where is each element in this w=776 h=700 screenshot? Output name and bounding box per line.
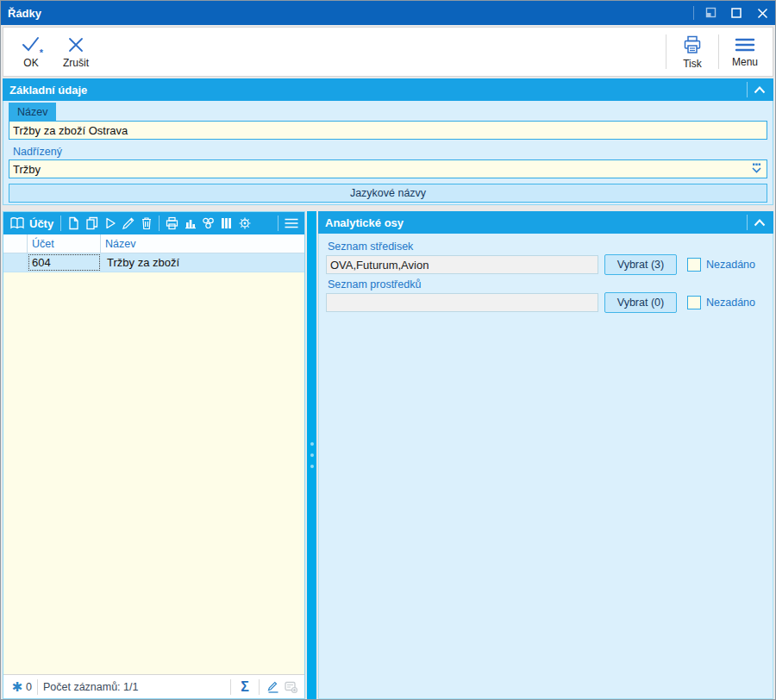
accounts-panel-header: Účty (3, 212, 304, 234)
axes-panel-header[interactable]: Analytické osy (318, 211, 773, 234)
panel-header-separator (278, 216, 278, 231)
settings-gear-icon[interactable] (236, 216, 253, 232)
accounts-grid-header: Účet Název (3, 234, 304, 253)
ok-button[interactable]: * OK (9, 29, 53, 74)
resources-list-label: Seznam prostředků (328, 278, 421, 291)
accounts-panel: Účty (3, 211, 305, 699)
panel-splitter[interactable] (307, 211, 316, 699)
resources-list-input[interactable] (326, 293, 598, 312)
combo-dropdown-icon[interactable] (749, 162, 764, 175)
window-title: Řádky (8, 7, 41, 20)
ok-button-label: OK (23, 57, 38, 69)
splitter-grip-dot (310, 453, 314, 457)
column-header-ucet[interactable]: Účet (28, 234, 101, 253)
axes-panel-body: Seznam středisek Vybrat (3) Nezadáno Sez… (318, 234, 773, 699)
add-related-record-icon (282, 680, 299, 694)
cell-nazev[interactable]: Tržby za zboží (101, 253, 304, 272)
columns-icon[interactable] (218, 216, 235, 232)
menu-button[interactable]: Menu (723, 29, 767, 74)
print-button[interactable]: Tisk (670, 29, 715, 74)
panel-menu-icon[interactable] (283, 216, 299, 232)
ok-star-mark: * (40, 47, 43, 58)
header-separator (747, 215, 748, 230)
accounts-grid-empty-area (3, 272, 304, 674)
delete-trash-icon[interactable] (138, 216, 154, 232)
menu-button-label: Menu (732, 56, 758, 68)
edit-pencil-icon[interactable] (120, 216, 136, 232)
centers-select-button[interactable]: Vybrat (3) (604, 254, 677, 275)
row-selector-cell[interactable] (3, 253, 28, 272)
basic-section-body: Název Nadřízený Jazykové názvy (3, 101, 773, 205)
nadrizeny-combo-input[interactable] (9, 159, 767, 178)
maximize-icon (731, 8, 742, 18)
dock-icon (704, 7, 717, 19)
new-record-icon[interactable] (66, 216, 82, 232)
splitter-grip-dot (310, 442, 314, 446)
basic-section-header[interactable]: Základní údaje (3, 78, 773, 101)
splitter-grip-dot (310, 465, 314, 468)
row-selector-header (3, 234, 28, 253)
nazev-field-label: Název (9, 103, 56, 121)
maximize-button[interactable] (723, 1, 749, 25)
run-icon[interactable] (102, 216, 118, 232)
resources-select-button[interactable]: Vybrat (0) (604, 292, 677, 313)
printer-icon (681, 34, 704, 55)
axes-panel-title: Analytické osy (325, 216, 404, 229)
print-button-label: Tisk (683, 58, 702, 70)
changes-counter: 0 (26, 681, 32, 693)
titlebar: Řádky (1, 1, 775, 25)
close-icon (757, 8, 768, 19)
chart-icon[interactable] (182, 216, 198, 232)
titlebar-separator (693, 6, 694, 20)
collapse-chevron-up-icon[interactable] (753, 217, 767, 228)
cancel-button-label: Zrušit (63, 57, 89, 69)
statusbar-separator (230, 679, 231, 695)
header-separator (747, 82, 748, 97)
ok-check-icon (21, 35, 41, 54)
book-icon (9, 216, 25, 232)
hamburger-menu-icon (735, 36, 755, 53)
record-count-label: Počet záznamů: 1/1 (43, 681, 138, 693)
resources-nezadano-label: Nezadáno (706, 297, 755, 309)
close-button[interactable] (749, 1, 775, 25)
changes-asterisk-icon: ✱ (9, 679, 26, 695)
cancel-button[interactable]: Zrušit (53, 29, 98, 74)
pivot-wheels-icon[interactable] (200, 216, 216, 232)
table-row[interactable]: 604 Tržby za zboží (3, 253, 304, 272)
axes-panel: Analytické osy Seznam středisek Vybrat (… (318, 211, 773, 699)
collapse-chevron-up-icon[interactable] (753, 84, 767, 95)
dock-window-button[interactable] (698, 1, 723, 25)
nadrizeny-field-label: Nadřízený (13, 146, 62, 158)
column-header-nazev[interactable]: Název (101, 234, 304, 253)
toolbar-separator (666, 34, 666, 69)
cancel-x-icon (66, 35, 85, 54)
resources-nezadano-checkbox[interactable] (687, 296, 701, 309)
language-names-button[interactable]: Jazykové názvy (9, 184, 767, 203)
statusbar-separator (259, 679, 260, 695)
print-list-icon[interactable] (164, 216, 180, 232)
sum-sigma-icon[interactable]: Σ (236, 679, 253, 695)
centers-nezadano-label: Nezadáno (706, 259, 755, 271)
app-window: Řádky * OK Zrušit (0, 0, 776, 700)
panel-header-separator (159, 216, 160, 231)
centers-list-label: Seznam středisek (328, 241, 413, 253)
basic-section-title: Základní údaje (9, 84, 87, 97)
nazev-input[interactable] (9, 121, 767, 140)
centers-list-input[interactable] (326, 255, 598, 274)
accounts-panel-title: Účty (29, 217, 53, 230)
panel-header-separator (60, 216, 61, 231)
toolbar-separator (718, 34, 719, 69)
main-toolbar: * OK Zrušit Tisk (3, 27, 773, 77)
edit-mode-pencil-icon[interactable] (265, 680, 282, 694)
copy-record-icon[interactable] (84, 216, 100, 232)
cell-ucet[interactable]: 604 (28, 253, 101, 272)
statusbar-separator (37, 679, 38, 695)
centers-nezadano-checkbox[interactable] (687, 258, 701, 272)
accounts-statusbar: ✱ 0 Počet záznamů: 1/1 Σ (3, 674, 304, 698)
